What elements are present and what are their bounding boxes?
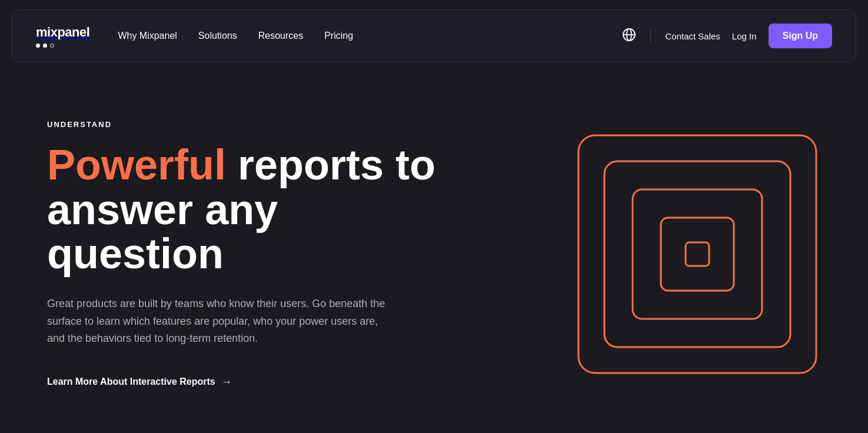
arrow-icon: → [221,376,232,388]
nav-right: Contact Sales Log In Sign Up [622,24,832,48]
nav-item-solutions[interactable]: Solutions [198,31,237,41]
svg-rect-7 [686,242,709,266]
hero-label: UNDERSTAND [47,120,459,129]
contact-sales-link[interactable]: Contact Sales [665,31,720,41]
sign-up-button[interactable]: Sign Up [769,24,832,48]
svg-rect-6 [661,218,734,291]
hero-cta-label: Learn More About Interactive Reports [47,377,215,387]
log-in-link[interactable]: Log In [732,31,757,41]
navbar: mixpanel Why Mixpanel Solutions Resource… [12,9,856,62]
nav-links: Why Mixpanel Solutions Resources Pricing [118,31,353,41]
logo-dot-3 [50,44,54,48]
hero-graphic [574,131,821,378]
nav-left: mixpanel Why Mixpanel Solutions Resource… [36,25,353,48]
hero-cta-link[interactable]: Learn More About Interactive Reports → [47,376,232,388]
nested-squares-svg [574,131,821,378]
logo-dots [36,44,89,48]
svg-rect-5 [633,189,762,319]
hero-section: UNDERSTAND Powerful reports to answer an… [0,72,868,433]
nav-link-pricing[interactable]: Pricing [324,31,353,41]
hero-content: UNDERSTAND Powerful reports to answer an… [47,120,459,388]
hero-heading-highlight: Powerful [47,141,226,188]
logo-text: mixpanel [36,25,89,40]
logo: mixpanel [36,25,89,48]
nav-link-solutions[interactable]: Solutions [198,31,237,41]
nav-item-pricing[interactable]: Pricing [324,31,353,41]
nav-link-resources[interactable]: Resources [258,31,303,41]
nav-item-resources[interactable]: Resources [258,31,303,41]
nav-divider [650,29,651,43]
hero-heading: Powerful reports to answer any question [47,143,459,277]
logo-dot-1 [36,44,40,48]
nav-item-why-mixpanel[interactable]: Why Mixpanel [118,31,177,41]
logo-dot-2 [43,44,47,48]
nav-link-why-mixpanel[interactable]: Why Mixpanel [118,31,177,41]
svg-rect-3 [578,135,816,373]
logo-link[interactable]: mixpanel [36,25,89,48]
globe-icon[interactable] [622,28,636,44]
nested-squares [574,131,821,378]
hero-description: Great products are built by teams who kn… [47,295,388,348]
